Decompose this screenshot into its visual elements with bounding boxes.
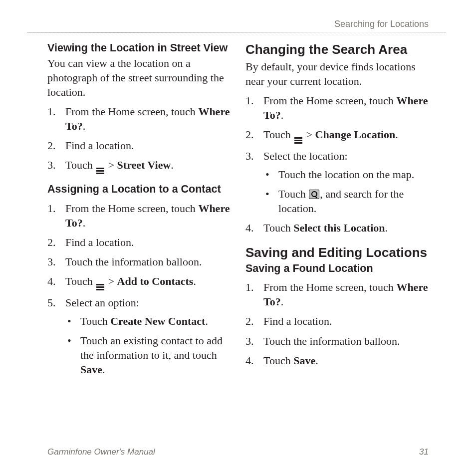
right-column: Changing the Search Area By default, you… — [245, 42, 449, 386]
bullet-list: Touch Create New Contact. Touch an exist… — [65, 314, 231, 377]
ordered-list: From the Home screen, touch Where To?. F… — [47, 201, 231, 377]
page-footer: Garminfone Owner's Manual 31 — [47, 447, 429, 457]
heading-assign-contact: Assigning a Location to a Contact — [47, 183, 231, 196]
ordered-list: From the Home screen, touch Where To?. F… — [245, 280, 429, 367]
list-item: Find a location. — [47, 235, 231, 249]
header-divider — [27, 32, 446, 33]
list-item: Touch the location on the map. — [263, 167, 429, 182]
list-item: Touch an existing contact to add the inf… — [65, 333, 231, 377]
footer-page-number: 31 — [419, 447, 429, 457]
bullet-list: Touch the location on the map. Touch , a… — [263, 167, 429, 216]
left-column: Viewing the Location in Street View You … — [27, 42, 231, 386]
list-item: From the Home screen, touch Where To?. — [245, 280, 429, 309]
search-icon — [309, 190, 319, 199]
list-item: From the Home screen, touch Where To?. — [47, 201, 231, 230]
list-item: Find a location. — [47, 138, 231, 153]
list-item: Select an option: Touch Create New Conta… — [47, 295, 231, 377]
list-item: Touch > Street View. — [47, 158, 231, 174]
list-item: Touch the information balloon. — [47, 254, 231, 269]
list-item: Find a location. — [245, 314, 429, 328]
menu-icon — [294, 137, 302, 144]
list-item: From the Home screen, touch Where To?. — [47, 104, 231, 133]
heading-street-view: Viewing the Location in Street View — [47, 42, 231, 55]
paragraph: You can view a the location on a photogr… — [47, 56, 231, 99]
menu-icon — [96, 284, 104, 290]
heading-saving-found: Saving a Found Location — [245, 262, 429, 275]
heading-change-search-area: Changing the Search Area — [245, 42, 429, 57]
list-item: Touch > Change Location. — [245, 127, 429, 144]
list-item: Touch , and search for the location. — [263, 187, 429, 216]
paragraph: By default, your device finds locations … — [245, 59, 429, 88]
list-item: Touch > Add to Contacts. — [47, 274, 231, 290]
header-section-label: Searching for Locations — [27, 19, 429, 32]
ordered-list: From the Home screen, touch Where To?. T… — [245, 93, 429, 235]
list-item: Touch Select this Location. — [245, 221, 429, 235]
footer-manual-name: Garminfone Owner's Manual — [47, 447, 155, 457]
list-item: From the Home screen, touch Where To?. — [245, 93, 429, 122]
content-columns: Viewing the Location in Street View You … — [27, 42, 449, 386]
menu-icon — [96, 168, 104, 174]
list-item: Touch the information balloon. — [245, 334, 429, 348]
list-item: Select the location: Touch the location … — [245, 149, 429, 216]
list-item: Touch Create New Contact. — [65, 314, 231, 328]
ordered-list: From the Home screen, touch Where To?. F… — [47, 104, 231, 174]
heading-saving-editing: Saving and Editing Locations — [245, 245, 429, 260]
list-item: Touch Save. — [245, 353, 429, 368]
